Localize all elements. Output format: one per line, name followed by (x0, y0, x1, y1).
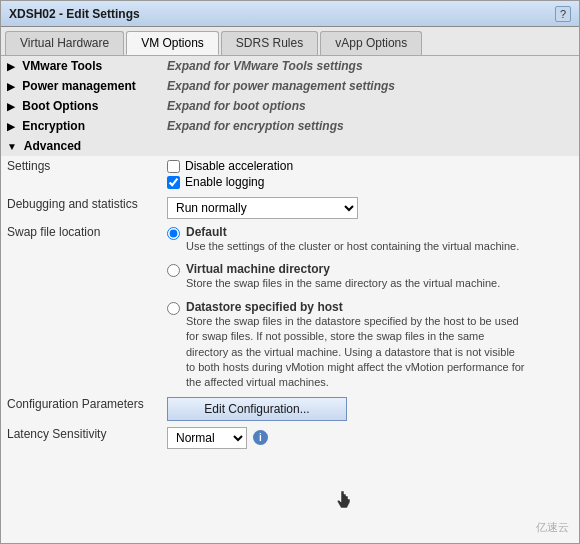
enable-logging-label: Enable logging (185, 175, 264, 189)
enable-logging-checkbox[interactable] (167, 176, 180, 189)
boot-options-expand: Expand for boot options (161, 96, 579, 116)
swap-default-radio[interactable] (167, 227, 180, 240)
content-area: ▶ VMware Tools Expand for VMware Tools s… (1, 56, 579, 543)
config-params-row: Configuration Parameters Edit Configurat… (1, 394, 579, 424)
edit-config-button[interactable]: Edit Configuration... (167, 397, 347, 421)
encryption-label: Encryption (22, 119, 85, 133)
latency-select-wrapper: Normal Low Medium High (167, 427, 247, 449)
help-icon: ? (560, 8, 566, 20)
latency-row: Latency Sensitivity Normal Low Medium Hi… (1, 424, 579, 452)
disable-accel-label: Disable acceleration (185, 159, 293, 173)
main-window: XDSH02 - Edit Settings ? Virtual Hardwar… (0, 0, 580, 544)
window-title: XDSH02 - Edit Settings (9, 7, 140, 21)
scroll-container[interactable]: ▶ VMware Tools Expand for VMware Tools s… (1, 56, 579, 543)
swap-default-desc: Default Use the settings of the cluster … (186, 225, 519, 254)
swap-datastore-desc: Datastore specified by host Store the sw… (186, 300, 526, 391)
swap-location-row: Swap file location Default Use the setti… (1, 222, 579, 394)
vmware-tools-arrow: ▶ (7, 61, 15, 72)
vmware-tools-expand: Expand for VMware Tools settings (161, 56, 579, 76)
title-bar: XDSH02 - Edit Settings ? (1, 1, 579, 27)
swap-vmdir-radio[interactable] (167, 264, 180, 277)
debug-stats-row: Debugging and statistics Run normally Re… (1, 194, 579, 222)
encryption-arrow: ▶ (7, 121, 15, 132)
latency-controls: Normal Low Medium High i (167, 427, 573, 449)
power-mgmt-label: Power management (22, 79, 135, 93)
enable-logging-row: Enable logging (167, 175, 573, 189)
power-mgmt-arrow: ▶ (7, 81, 15, 92)
swap-datastore-subdesc: Store the swap files in the datastore sp… (186, 314, 526, 391)
settings-label: Settings (1, 156, 161, 194)
power-mgmt-expand: Expand for power management settings (161, 76, 579, 96)
swap-location-label: Swap file location (1, 222, 161, 394)
debug-stats-label: Debugging and statistics (1, 194, 161, 222)
boot-options-section[interactable]: ▶ Boot Options Expand for boot options (1, 96, 579, 116)
config-params-label: Configuration Parameters (1, 394, 161, 424)
swap-default-option: Default Use the settings of the cluster … (167, 225, 573, 254)
debug-dropdown-wrapper: Run normally Record debugging informatio… (167, 197, 573, 219)
advanced-arrow: ▼ (7, 141, 17, 152)
latency-info-icon[interactable]: i (253, 430, 268, 445)
debug-dropdown[interactable]: Run normally Record debugging informatio… (167, 197, 358, 219)
advanced-label: Advanced (24, 139, 81, 153)
power-mgmt-section[interactable]: ▶ Power management Expand for power mana… (1, 76, 579, 96)
vmware-tools-label: VMware Tools (22, 59, 102, 73)
settings-table: ▶ VMware Tools Expand for VMware Tools s… (1, 56, 579, 452)
swap-vmdir-subdesc: Store the swap files in the same directo… (186, 276, 500, 291)
swap-datastore-option: Datastore specified by host Store the sw… (167, 300, 573, 391)
swap-vmdir-desc: Virtual machine directory Store the swap… (186, 262, 500, 291)
title-icons: ? (555, 6, 571, 22)
swap-vmdir-option: Virtual machine directory Store the swap… (167, 262, 573, 291)
advanced-section-header[interactable]: ▼ Advanced (1, 136, 579, 156)
help-button[interactable]: ? (555, 6, 571, 22)
tab-vapp-options[interactable]: vApp Options (320, 31, 422, 55)
swap-default-label: Default (186, 225, 519, 239)
boot-options-arrow: ▶ (7, 101, 15, 112)
tab-sdrs-rules[interactable]: SDRS Rules (221, 31, 318, 55)
latency-label: Latency Sensitivity (1, 424, 161, 452)
disable-accel-checkbox[interactable] (167, 160, 180, 173)
settings-row: Settings Disable acceleration Enable log… (1, 156, 579, 194)
swap-radio-group: Default Use the settings of the cluster … (167, 225, 573, 391)
boot-options-label: Boot Options (22, 99, 98, 113)
encryption-expand: Expand for encryption settings (161, 116, 579, 136)
vmware-tools-section[interactable]: ▶ VMware Tools Expand for VMware Tools s… (1, 56, 579, 76)
swap-vmdir-label: Virtual machine directory (186, 262, 500, 276)
latency-dropdown[interactable]: Normal Low Medium High (167, 427, 247, 449)
tab-bar: Virtual Hardware VM Options SDRS Rules v… (1, 27, 579, 56)
tab-vm-options[interactable]: VM Options (126, 31, 219, 55)
tab-virtual-hardware[interactable]: Virtual Hardware (5, 31, 124, 55)
encryption-section[interactable]: ▶ Encryption Expand for encryption setti… (1, 116, 579, 136)
swap-datastore-label: Datastore specified by host (186, 300, 526, 314)
disable-accel-row: Disable acceleration (167, 159, 573, 173)
swap-datastore-radio[interactable] (167, 302, 180, 315)
swap-default-subdesc: Use the settings of the cluster or host … (186, 239, 519, 254)
